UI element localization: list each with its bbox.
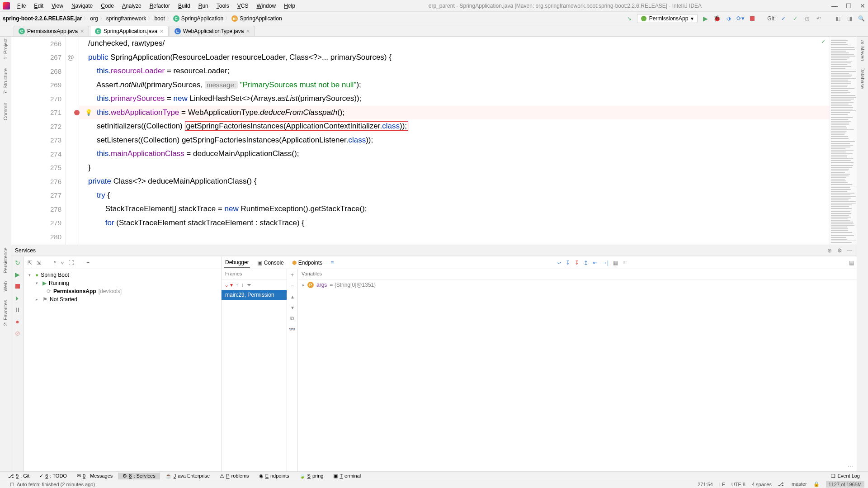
copy-icon[interactable]: ⧉	[290, 315, 294, 322]
menu-edit[interactable]: Edit	[30, 2, 47, 10]
database-tool-button[interactable]: Database	[860, 67, 865, 89]
search-everywhere-icon[interactable]: 🔍	[857, 14, 865, 23]
menu-tools[interactable]: Tools	[213, 2, 233, 10]
tab-endpoints[interactable]: ⬢ Endpoints	[291, 258, 323, 268]
memory-indicator[interactable]: 1127 of 1965M	[826, 481, 864, 488]
encoding[interactable]: UTF-8	[731, 482, 745, 487]
status-icon[interactable]: ◻	[10, 481, 14, 487]
close-tab-icon[interactable]: ✕	[80, 28, 84, 34]
editor-tab[interactable]: CPermissionsApp.java✕	[14, 26, 89, 36]
tool-window-button[interactable]: ⚠Problems	[215, 473, 253, 479]
pause-icon[interactable]: ⏸	[14, 306, 21, 313]
filter2-icon[interactable]: ▿	[61, 260, 64, 266]
thread-dropdown[interactable]: ⌄ ▾	[224, 282, 233, 288]
event-log-button[interactable]: ❏ Event Log	[826, 473, 864, 479]
maven-tool-button[interactable]: m Maven	[860, 40, 865, 61]
filter-frames-icon[interactable]: ⏷	[246, 282, 252, 288]
update-project-icon[interactable]: ✓	[779, 14, 788, 23]
tool-window-button[interactable]: ☕Java Enterprise	[161, 473, 214, 479]
breadcrumb-part[interactable]: boot	[154, 15, 165, 22]
nav-fwd-icon[interactable]: ◨	[845, 14, 854, 23]
services-tree[interactable]: ▾● Spring Boot ▾▶ Running ⟳ PermissionsA…	[24, 269, 221, 305]
step-over-icon[interactable]: ⤻	[557, 260, 561, 266]
rerun-icon[interactable]: ↻	[15, 259, 20, 266]
tool-window-button[interactable]: ⚙8: Services	[118, 473, 160, 479]
editor-tab[interactable]: CSpringApplication.java✕	[90, 26, 169, 36]
run-icon[interactable]: ▶	[15, 271, 20, 278]
code-area[interactable]: /unchecked, rawtypes/public SpringApplic…	[79, 37, 830, 245]
evaluate-icon[interactable]: ▦	[613, 260, 618, 266]
layout-icon[interactable]: ▤	[849, 260, 854, 266]
menu-code[interactable]: Code	[97, 2, 118, 10]
menu-help[interactable]: Help	[280, 2, 299, 10]
build-icon[interactable]: ↘	[625, 14, 633, 23]
close-tab-icon[interactable]: ✕	[160, 28, 164, 34]
drop-frame-icon[interactable]: ⇤	[593, 260, 597, 266]
resume-icon[interactable]: ⏵	[14, 294, 21, 302]
services-panel-header[interactable]: Services ⊕ ⚙ —	[11, 245, 857, 256]
add-icon[interactable]: +	[86, 260, 90, 266]
menu-build[interactable]: Build	[175, 2, 194, 10]
caret-position[interactable]: 271:54	[698, 482, 713, 487]
tab-debugger[interactable]: Debugger	[224, 257, 250, 268]
prev-frame-icon[interactable]: ↑	[236, 282, 238, 288]
structure-tool-button[interactable]: 7: Structure	[3, 68, 8, 94]
threads-icon[interactable]: ≡	[330, 258, 335, 268]
debug-button[interactable]: 🐞	[713, 14, 721, 23]
tool-window-button[interactable]: ◉Endpoints	[255, 473, 294, 479]
profile-button[interactable]: ⟳▾	[736, 14, 745, 23]
run-to-cursor-icon[interactable]: →|	[602, 260, 609, 266]
web-tool-button[interactable]: Web	[3, 281, 8, 291]
close-tab-icon[interactable]: ✕	[246, 28, 250, 34]
commit-icon[interactable]: ✓	[791, 14, 799, 23]
maximize-icon[interactable]: ☐	[846, 2, 852, 9]
tool-window-button[interactable]: ▣Terminal	[329, 473, 365, 479]
filter-icon[interactable]: ⫯	[54, 260, 57, 266]
editor[interactable]: ✓ 266267@268269270271💡272273274275276277…	[11, 37, 857, 245]
close-icon[interactable]: ✕	[860, 2, 865, 9]
step-into-icon[interactable]: ↧	[566, 260, 570, 266]
view-breakpoints-icon[interactable]: ●	[15, 318, 19, 325]
glasses-icon[interactable]: 👓	[289, 326, 296, 332]
services-locate-icon[interactable]: ⊕	[826, 247, 833, 254]
expand-icon[interactable]: ⇱	[28, 260, 32, 266]
menu-vcs[interactable]: VCS	[234, 2, 252, 10]
stop-icon[interactable]	[15, 283, 20, 290]
menu-run[interactable]: Run	[195, 2, 212, 10]
breadcrumb[interactable]: spring-boot-2.2.6.RELEASE.jar 〉org 〉spri…	[3, 15, 282, 22]
lock-icon[interactable]: 🔒	[813, 481, 820, 487]
indent[interactable]: 4 spaces	[752, 482, 772, 487]
coverage-button[interactable]: ⬗	[725, 14, 733, 23]
breadcrumb-part[interactable]: SpringApplication	[240, 15, 282, 22]
frame-item[interactable]: main:29, Permission	[222, 290, 287, 300]
tab-console[interactable]: ▣ Console	[256, 258, 285, 268]
breadcrumb-jar[interactable]: spring-boot-2.2.6.RELEASE.jar	[3, 15, 82, 22]
rollback-icon[interactable]: ↶	[815, 14, 823, 23]
menu-analyze[interactable]: Analyze	[118, 2, 145, 10]
mute-breakpoints-icon[interactable]: ⊘	[15, 330, 20, 337]
services-settings-icon[interactable]: ⚙	[836, 247, 843, 254]
persistence-tool-button[interactable]: Persistence	[3, 247, 8, 273]
menu-navigate[interactable]: Navigate	[68, 2, 96, 10]
breadcrumb-part[interactable]: SpringApplication	[181, 15, 223, 22]
gutter[interactable]: 266267@268269270271💡27227327427527627727…	[11, 37, 66, 245]
editor-tab[interactable]: EWebApplicationType.java✕	[170, 26, 255, 36]
favorites-tool-button[interactable]: 2: Favorites	[3, 300, 8, 326]
step-out-icon[interactable]: ↥	[584, 260, 588, 266]
gutter-icons[interactable]	[66, 37, 79, 245]
tool-window-button[interactable]: ✓6: TODO	[35, 473, 71, 479]
nav-back-icon[interactable]: ◧	[834, 14, 842, 23]
minimap[interactable]	[830, 37, 857, 245]
menu-refactor[interactable]: Refactor	[146, 2, 174, 10]
tool-window-button[interactable]: ✉0: Messages	[72, 473, 117, 479]
force-step-into-icon[interactable]: ↧	[575, 260, 579, 266]
line-ending[interactable]: LF	[719, 482, 725, 487]
history-icon[interactable]: ◷	[803, 14, 811, 23]
menu-window[interactable]: Window	[253, 2, 279, 10]
services-hide-icon[interactable]: —	[846, 247, 853, 254]
tool-window-button[interactable]: 🍃Spring	[295, 473, 328, 479]
git-branch[interactable]: ⎇ master	[778, 481, 807, 487]
commit-tool-button[interactable]: Commit	[3, 103, 8, 120]
next-frame-icon[interactable]: ↓	[241, 282, 244, 288]
run-button[interactable]: ▶	[701, 14, 709, 23]
